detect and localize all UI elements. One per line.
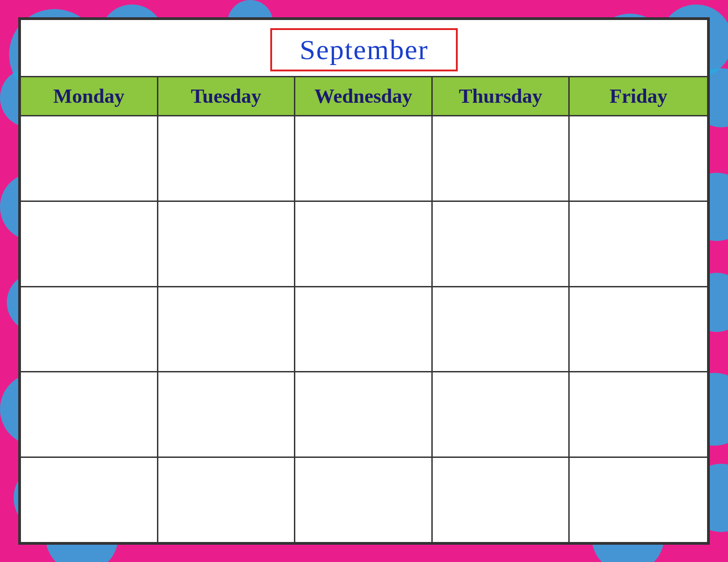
calendar-row-4 (21, 371, 707, 457)
header-tuesday: Tuesday (158, 77, 296, 115)
calendar-row-5 (21, 457, 707, 542)
calendar-header: September (21, 20, 707, 76)
cell-5-1[interactable] (21, 458, 158, 542)
header-friday: Friday (570, 77, 707, 115)
cell-1-2[interactable] (158, 116, 296, 201)
cell-1-1[interactable] (21, 116, 158, 201)
header-monday: Monday (21, 77, 158, 115)
cell-3-2[interactable] (158, 287, 296, 371)
calendar-row-1 (21, 115, 707, 201)
cell-3-1[interactable] (21, 287, 158, 371)
header-thursday: Thursday (433, 77, 570, 115)
cell-4-3[interactable] (295, 372, 433, 457)
cell-2-4[interactable] (433, 202, 570, 286)
day-headers-row: Monday Tuesday Wednesday Thursday Friday (21, 77, 707, 115)
cell-4-2[interactable] (158, 372, 296, 457)
cell-1-5[interactable] (570, 116, 707, 201)
cell-4-4[interactable] (433, 372, 570, 457)
page-background: September Monday Tuesday Wednesday Thurs… (0, 0, 728, 562)
cell-4-5[interactable] (570, 372, 707, 457)
cell-1-4[interactable] (433, 116, 570, 201)
calendar-container: September Monday Tuesday Wednesday Thurs… (18, 17, 710, 545)
cell-5-2[interactable] (158, 458, 296, 542)
cell-5-4[interactable] (433, 458, 570, 542)
cell-2-5[interactable] (570, 202, 707, 286)
cell-3-4[interactable] (433, 287, 570, 371)
cell-5-5[interactable] (570, 458, 707, 542)
calendar-grid: Monday Tuesday Wednesday Thursday Friday (21, 76, 707, 542)
calendar-row-2 (21, 201, 707, 286)
cell-3-5[interactable] (570, 287, 707, 371)
cell-5-3[interactable] (295, 458, 433, 542)
calendar-row-3 (21, 286, 707, 371)
month-title: September (299, 34, 428, 65)
header-wednesday: Wednesday (295, 77, 433, 115)
cell-2-2[interactable] (158, 202, 296, 286)
cell-2-1[interactable] (21, 202, 158, 286)
cell-1-3[interactable] (295, 116, 433, 201)
cell-3-3[interactable] (295, 287, 433, 371)
cell-4-1[interactable] (21, 372, 158, 457)
cell-2-3[interactable] (295, 202, 433, 286)
month-title-box: September (270, 28, 457, 71)
calendar-rows (21, 115, 707, 542)
